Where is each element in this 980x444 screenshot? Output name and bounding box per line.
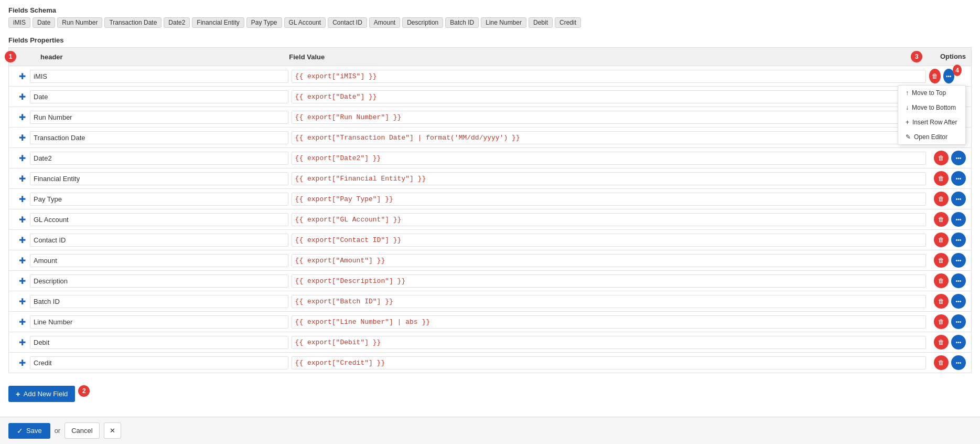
drag-handle[interactable]: ✚ [14,133,30,143]
menu-item-icon: ✎ [906,133,911,141]
more-options-button[interactable]: ••• [951,314,966,329]
delete-row-button[interactable]: 🗑 [934,314,949,329]
field-value-input[interactable] [292,356,926,369]
drag-handle[interactable]: ✚ [14,256,30,266]
dropdown-menu-item[interactable]: ↑Move to Top [898,86,965,100]
drag-handle[interactable]: ✚ [14,153,30,163]
delete-row-button[interactable]: 🗑 [934,355,949,370]
header-field-input[interactable] [30,295,288,308]
schema-tag: GL Account [284,17,326,28]
field-value-input[interactable] [292,254,926,267]
drag-handle[interactable]: ✚ [14,235,30,245]
dropdown-menu-item[interactable]: +Insert Row After [898,115,965,130]
drag-handle[interactable]: ✚ [14,194,30,204]
field-value-input[interactable] [292,90,926,103]
more-options-button[interactable]: ••• [951,355,966,370]
more-options-button[interactable]: ••• [951,192,966,206]
menu-item-icon: ↑ [906,89,909,97]
schema-tag: Contact ID [328,17,367,28]
delete-row-button[interactable]: 🗑 [934,232,949,247]
field-value-input[interactable] [292,172,926,185]
header-field-input[interactable] [30,111,288,124]
more-options-button[interactable]: ••• [951,232,966,247]
options-col-label: 3 Options [903,51,966,62]
header-field-input[interactable] [30,336,288,349]
field-value-input[interactable] [292,336,926,349]
more-options-button[interactable]: ••• [951,335,966,350]
header-field-input[interactable] [30,131,288,144]
field-value-input[interactable] [292,234,926,247]
schema-tag: Credit [555,17,581,28]
header-field-input[interactable] [30,172,288,185]
table-row: ✚🗑••• [8,87,972,107]
more-options-button[interactable]: ••• [951,171,966,186]
more-options-button[interactable]: ••• [951,294,966,309]
more-options-button[interactable]: ••• [951,273,966,288]
schema-tag: Debit [529,17,553,28]
field-value-input[interactable] [292,295,926,308]
add-new-field-button[interactable]: + Add New Field [8,386,75,402]
more-options-button[interactable]: ••• [951,151,966,165]
field-value-input[interactable] [292,111,926,124]
table-row: ✚🗑••• [8,189,972,209]
header-field-input[interactable] [30,70,288,83]
table-row: ✚🗑••• [8,230,972,250]
drag-handle[interactable]: ✚ [14,215,30,225]
drag-handle[interactable]: ✚ [14,358,30,368]
table-row: ✚🗑••• [8,291,972,312]
header-field-input[interactable] [30,254,288,267]
field-value-input[interactable] [292,152,926,165]
header-field-input[interactable] [30,90,288,103]
drag-handle[interactable]: ✚ [14,317,30,327]
delete-row-button[interactable]: 🗑 [934,212,949,227]
table-row: ✚🗑••• [8,312,972,332]
schema-tag: Batch ID [445,17,479,28]
delete-row-button[interactable]: 🗑 [934,335,949,350]
dropdown-menu-item[interactable]: ✎Open Editor [898,130,965,144]
drag-handle[interactable]: ✚ [14,112,30,122]
badge-1: 1 [5,51,16,62]
delete-row-button[interactable]: 🗑 [934,192,949,206]
drag-handle[interactable]: ✚ [14,276,30,286]
field-value-input[interactable] [292,131,926,144]
drag-handle[interactable]: ✚ [14,71,30,81]
field-value-input[interactable] [292,274,926,288]
header-field-input[interactable] [30,356,288,369]
header-field-input[interactable] [30,152,288,165]
delete-row-button[interactable]: 🗑 [934,273,949,288]
drag-handle[interactable]: ✚ [14,337,30,347]
row-actions: 🗑•••4 [929,69,966,83]
delete-row-button[interactable]: 🗑 [934,171,949,186]
table-row: ✚🗑••• [8,209,972,230]
menu-item-label: Move to Top [912,89,946,97]
delete-row-button[interactable]: 🗑 [934,294,949,309]
schema-tag: Pay Type [246,17,282,28]
field-value-input[interactable] [292,193,926,206]
schema-tag: Transaction Date [104,17,161,28]
drag-handle[interactable]: ✚ [14,297,30,306]
delete-row-button[interactable]: 🗑 [934,253,949,268]
schema-tag: iMIS [8,17,30,28]
header-field-input[interactable] [30,193,288,206]
field-value-input[interactable] [292,213,926,226]
more-options-button[interactable]: ••• [951,253,966,268]
row-actions: 🗑••• [929,171,966,186]
field-value-input[interactable] [292,70,926,83]
row-actions: 🗑••• [929,355,966,370]
header-field-input[interactable] [30,213,288,226]
drag-handle[interactable]: ✚ [14,92,30,102]
header-field-input[interactable] [30,274,288,288]
field-value-input[interactable] [292,315,926,329]
table-header: 1 header Field Value 3 Options [8,47,972,66]
more-options-button[interactable]: ••• [951,212,966,227]
drag-handle[interactable]: ✚ [14,174,30,184]
dropdown-menu-item[interactable]: ↓Move to Bottom [898,100,965,115]
row-actions: 🗑••• [929,253,966,268]
delete-row-button[interactable]: 🗑 [929,69,941,83]
menu-item-label: Open Editor [914,133,947,141]
delete-row-button[interactable]: 🗑 [934,151,949,165]
row-actions: 🗑••• [929,151,966,165]
page-wrapper: Fields Schema iMISDateRun NumberTransact… [0,0,980,408]
header-field-input[interactable] [30,315,288,329]
header-field-input[interactable] [30,234,288,247]
